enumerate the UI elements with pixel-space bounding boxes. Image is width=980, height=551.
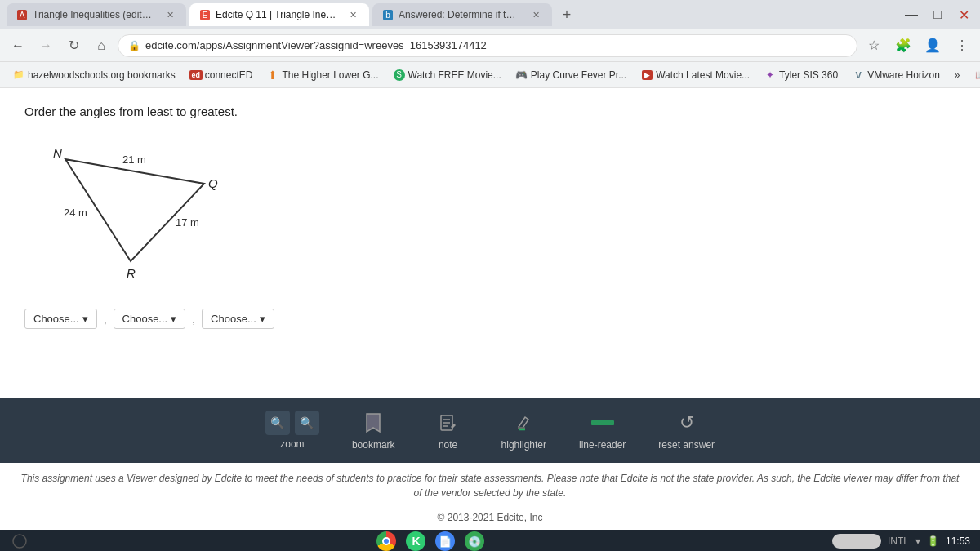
bookmark-watch-latest[interactable]: ▶ Watch Latest Movie... xyxy=(635,67,756,83)
dropdown-3-arrow: ▾ xyxy=(260,313,265,325)
forward-button[interactable]: → xyxy=(34,34,57,57)
reading-list-button[interactable]: 📖 Reading list xyxy=(969,62,980,88)
triangle-diagram: N Q R 21 m 17 m 24 m xyxy=(49,135,956,284)
tab-close-3[interactable]: ✕ xyxy=(529,8,542,21)
bookmark-tyler-sis[interactable]: ✦ Tyler SIS 360 xyxy=(758,67,844,83)
bookmark-label-watch-free: Watch FREE Movie... xyxy=(408,69,501,81)
close-window-button[interactable]: ✕ xyxy=(954,5,973,24)
zoom-minus-button[interactable]: 🔍 xyxy=(265,411,290,435)
note-tool-label: note xyxy=(439,439,457,451)
tab-close-1[interactable]: ✕ xyxy=(163,8,176,21)
bookmark-label-watch-latest: Watch Latest Movie... xyxy=(656,69,750,81)
dropdown-2-label: Choose... xyxy=(122,313,168,325)
refresh-button[interactable]: ↻ xyxy=(62,34,85,57)
chrome-taskbar-icon[interactable] xyxy=(376,531,396,551)
url-bar[interactable]: 🔒 edcite.com/apps/AssignmentViewer?assig… xyxy=(118,34,858,57)
note-icon xyxy=(435,410,461,436)
bookmark-curve-fever[interactable]: 🎮 Play Curve Fever Pr... xyxy=(510,67,633,83)
title-bar: A Triangle Inequalities (edited) ✕ E Edc… xyxy=(0,0,980,29)
window-controls: — □ ✕ xyxy=(902,5,973,24)
tab-edcite[interactable]: E Edcite Q 11 | Triangle Inequalitie ✕ xyxy=(189,3,369,26)
zoom-tool[interactable]: 🔍 🔍 zoom xyxy=(265,411,319,450)
svg-point-8 xyxy=(13,535,26,548)
bookmark-favicon-higher-lower: ⬆ xyxy=(267,69,278,81)
zoom-label: zoom xyxy=(280,438,304,450)
bookmark-hazelwood[interactable]: 📁 hazelwoodschools.org bookmarks xyxy=(7,67,182,83)
tab-favicon-3: b xyxy=(382,9,394,20)
zoom-icons: 🔍 🔍 xyxy=(265,411,319,435)
address-right-icons: ☆ 🧩 👤 ⋮ xyxy=(862,34,973,57)
triangle-svg: N Q R 21 m 17 m 24 m xyxy=(49,135,229,282)
bookmark-label-tyler-sis: Tyler SIS 360 xyxy=(779,69,838,81)
drive-taskbar-icon[interactable]: 💿 xyxy=(465,531,484,551)
bookmark-favicon-tyler-sis: ✦ xyxy=(764,69,776,81)
bookmark-label-hazelwood: hazelwoodschools.org bookmarks xyxy=(28,69,176,81)
tab-triangle-edited[interactable]: A Triangle Inequalities (edited) ✕ xyxy=(7,3,186,26)
docs-taskbar-icon[interactable]: 📄 xyxy=(435,531,455,551)
bookmark-more[interactable]: » xyxy=(948,67,967,83)
line-reader-icon xyxy=(590,410,616,436)
taskbar: K 📄 💿 INTL ▾ 🔋 11:53 xyxy=(0,530,980,551)
minimize-button[interactable]: — xyxy=(902,5,921,24)
network-widget[interactable] xyxy=(832,534,881,549)
tab-answered[interactable]: b Answered: Determine if the side ✕ xyxy=(372,3,552,26)
menu-button[interactable]: ⋮ xyxy=(951,34,973,57)
zoom-plus-button[interactable]: 🔍 xyxy=(295,411,319,435)
footer-disclaimer: This assignment uses a Viewer designed b… xyxy=(0,463,980,509)
dropdown-1-arrow: ▾ xyxy=(82,313,88,325)
windows-start-button[interactable] xyxy=(10,531,29,551)
reading-list-area: 📖 Reading list xyxy=(969,62,980,88)
extensions-button[interactable]: 🧩 xyxy=(892,34,915,57)
dropdown-1[interactable]: Choose... ▾ xyxy=(24,309,97,329)
bookmark-favicon-hazelwood: 📁 xyxy=(13,69,24,81)
line-reader-tool-label: line-reader xyxy=(579,439,626,451)
question-text: Order the angles from least to greatest. xyxy=(24,104,956,118)
dropdown-2[interactable]: Choose... ▾ xyxy=(114,309,186,329)
language-indicator: INTL xyxy=(888,535,909,547)
footer-copyright: © 2013-2021 Edcite, Inc xyxy=(0,509,980,530)
home-button[interactable]: ⌂ xyxy=(90,34,113,57)
vertex-r-label: R xyxy=(127,266,136,280)
bookmark-favicon-curve-fever: 🎮 xyxy=(516,69,528,81)
bookmark-label-vmware: VMware Horizon xyxy=(867,69,940,81)
battery-icon: 🔋 xyxy=(927,535,939,547)
bottom-toolbar: 🔍 🔍 zoom bookmark note xyxy=(0,398,980,463)
clock: 11:53 xyxy=(946,535,970,547)
tab-label-2: Edcite Q 11 | Triangle Inequalitie xyxy=(216,9,340,20)
bookmark-tool[interactable]: bookmark xyxy=(352,410,395,451)
k-taskbar-icon[interactable]: K xyxy=(406,531,425,551)
tab-favicon-2: E xyxy=(199,9,211,20)
back-button[interactable]: ← xyxy=(7,34,29,57)
tab-label-3: Answered: Determine if the side xyxy=(399,9,521,20)
separator-2: , xyxy=(192,313,195,326)
dropdown-3[interactable]: Choose... ▾ xyxy=(202,309,274,329)
note-tool[interactable]: note xyxy=(428,410,469,451)
bookmark-favicon-connected: ed xyxy=(190,69,202,81)
highlighter-tool[interactable]: highlighter xyxy=(501,410,546,451)
lock-icon: 🔒 xyxy=(128,40,140,51)
bookmark-label-higher-lower: The Higher Lower G... xyxy=(282,69,378,81)
side-nq-label: 21 m xyxy=(122,153,146,166)
bookmark-watch-free[interactable]: S Watch FREE Movie... xyxy=(387,67,508,83)
url-text: edcite.com/apps/AssignmentViewer?assigni… xyxy=(145,39,487,51)
bookmark-icon xyxy=(360,410,386,436)
separator-1: , xyxy=(104,313,107,326)
footer-disclaimer-text: This assignment uses a Viewer designed b… xyxy=(21,473,960,499)
vertex-n-label: N xyxy=(53,146,62,160)
tab-close-2[interactable]: ✕ xyxy=(348,8,359,21)
bookmark-higher-lower[interactable]: ⬆ The Higher Lower G... xyxy=(261,67,385,83)
bookmark-vmware[interactable]: V VMware Horizon xyxy=(846,67,947,83)
profile-button[interactable]: 👤 xyxy=(921,34,944,57)
bookmark-favicon-watch-free: S xyxy=(394,69,405,81)
taskbar-right: INTL ▾ 🔋 11:53 xyxy=(832,534,970,549)
vertex-q-label: Q xyxy=(208,176,218,190)
reset-answer-tool[interactable]: ↺ reset answer xyxy=(658,410,715,451)
new-tab-button[interactable]: + xyxy=(555,3,578,26)
line-reader-tool[interactable]: line-reader xyxy=(579,410,626,451)
maximize-button[interactable]: □ xyxy=(928,5,947,24)
bookmark-tool-label: bookmark xyxy=(352,439,395,451)
bookmark-connected[interactable]: ed connectED xyxy=(184,67,260,83)
bookmark-label-connected: connectED xyxy=(205,69,253,81)
highlighter-tool-label: highlighter xyxy=(501,439,546,451)
star-button[interactable]: ☆ xyxy=(862,34,885,57)
